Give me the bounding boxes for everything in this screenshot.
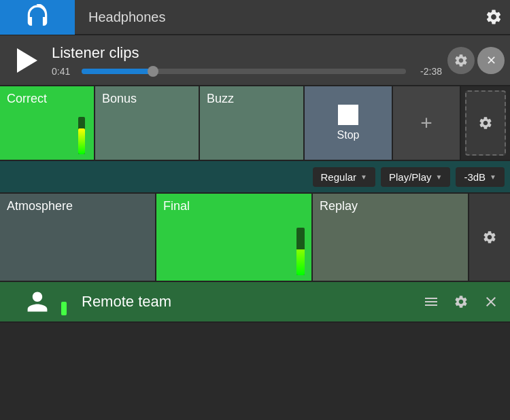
listener-row: Listener clips 0:41 -2:38 ✕: [0, 35, 510, 86]
remote-settings-button[interactable]: [447, 288, 475, 315]
dropdown-arrow-icon: ▼: [360, 173, 367, 181]
final-volume-indicator: [296, 228, 305, 275]
headphones-row: Headphones: [0, 0, 510, 35]
final-button[interactable]: Final: [156, 194, 313, 281]
remote-team-label: Remote team: [75, 293, 418, 311]
play-icon: [17, 48, 37, 73]
volume-dropdown[interactable]: -3dB ▼: [456, 167, 505, 187]
correct-volume-indicator: [76, 113, 87, 154]
remote-volume-indicator: [61, 302, 67, 315]
remote-actions: [418, 288, 510, 315]
play-mode-dropdown[interactable]: Play/Play ▼: [381, 167, 450, 187]
progress-fill: [82, 69, 153, 74]
progress-row: 0:41 -2:38: [52, 66, 442, 77]
volume-fill: [78, 128, 85, 155]
gear-icon: [482, 230, 497, 245]
final-volume-fill: [296, 249, 305, 276]
play-mode-label: Play/Play: [389, 171, 432, 183]
mode-label: Regular: [321, 171, 357, 183]
time-remaining: -2:38: [411, 66, 442, 77]
gear-icon: [478, 116, 493, 130]
headphones-icon-box[interactable]: [0, 0, 75, 35]
atmosphere-label: Atmosphere: [7, 199, 73, 213]
volume-label: -3dB: [464, 171, 486, 183]
person-icon: [25, 290, 50, 314]
mode-dropdown[interactable]: Regular ▼: [313, 167, 375, 187]
progress-thumb: [148, 66, 158, 77]
bonus-sound-button[interactable]: Bonus: [95, 86, 200, 160]
list-icon: [423, 294, 439, 310]
controls-row: Regular ▼ Play/Play ▼ -3dB ▼: [0, 161, 510, 194]
remote-team-row: Remote team: [0, 282, 510, 323]
volume-bar: [78, 117, 85, 154]
sound-buttons-row: Correct Bonus Buzz Stop +: [0, 86, 510, 161]
buzz-sound-button[interactable]: Buzz: [200, 86, 305, 160]
dropdown-arrow-icon: ▼: [490, 173, 496, 181]
correct-label: Correct: [7, 92, 47, 106]
stop-icon: [338, 105, 358, 125]
play-button[interactable]: [5, 40, 46, 81]
listener-info: Listener clips 0:41 -2:38: [46, 44, 447, 77]
buzz-label: Buzz: [207, 92, 234, 106]
remote-list-button[interactable]: [418, 288, 445, 315]
final-label: Final: [163, 199, 190, 213]
gear-icon: [485, 8, 503, 26]
add-icon: +: [420, 111, 432, 135]
replay-button[interactable]: Replay: [313, 194, 469, 281]
gear-icon: [454, 294, 469, 309]
media-settings-button[interactable]: [469, 194, 510, 281]
gear-icon: [454, 53, 469, 68]
sound-settings-button[interactable]: [465, 90, 506, 156]
listener-actions: ✕: [447, 47, 505, 74]
listener-clips-title: Listener clips: [52, 44, 442, 62]
add-sound-button[interactable]: +: [393, 86, 461, 160]
bonus-label: Bonus: [102, 92, 137, 106]
remote-close-button[interactable]: [477, 288, 505, 315]
listener-close-button[interactable]: ✕: [477, 47, 505, 74]
close-icon: [483, 294, 499, 310]
headphones-icon: [24, 4, 50, 30]
remote-icon-box: [0, 281, 75, 322]
headphones-label: Headphones: [75, 10, 477, 25]
stop-label: Stop: [337, 129, 360, 141]
headphones-gear-button[interactable]: [477, 1, 510, 33]
media-row: Atmosphere Final Replay: [0, 194, 510, 282]
progress-bar[interactable]: [82, 69, 406, 74]
time-elapsed: 0:41: [52, 66, 76, 77]
atmosphere-button[interactable]: Atmosphere: [0, 194, 156, 281]
listener-settings-button[interactable]: [447, 47, 475, 74]
correct-sound-button[interactable]: Correct: [0, 86, 95, 160]
stop-button[interactable]: Stop: [305, 86, 393, 160]
dropdown-arrow-icon: ▼: [436, 173, 443, 181]
replay-label: Replay: [320, 199, 358, 213]
